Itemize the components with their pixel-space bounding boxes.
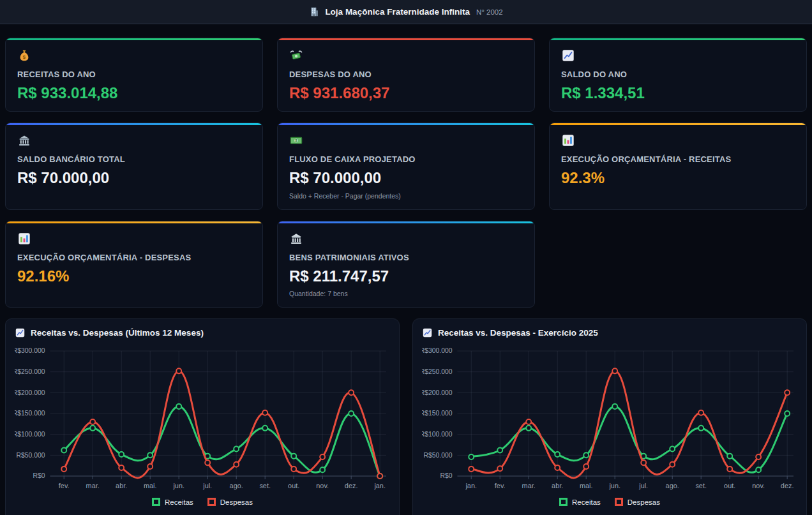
svg-text:R$100.000: R$100.000: [422, 431, 453, 438]
svg-text:mar.: mar.: [522, 482, 536, 489]
svg-text:R$150.000: R$150.000: [422, 410, 453, 417]
card-value: R$ 931.680,37: [289, 85, 523, 101]
legend-item-receitas[interactable]: Receitas: [559, 498, 601, 506]
svg-text:$: $: [23, 54, 26, 60]
card-accent: [6, 38, 262, 40]
chart-card-ultimos-12-meses: Receitas vs. Despesas (Últimos 12 Meses)…: [5, 318, 400, 515]
card-subtitle: Saldo + Receber - Pagar (pendentes): [289, 192, 523, 200]
legend-swatch: [559, 498, 568, 506]
card-subtitle: Quantidade: 7 bens: [289, 290, 523, 297]
kpi-card-fluxo-de-caixa: $ FLUXO DE CAIXA PROJETADO R$ 70.000,00 …: [277, 123, 535, 209]
card-accent: [278, 38, 534, 40]
svg-text:ago.: ago.: [230, 482, 243, 489]
chart-increasing-icon: [561, 49, 575, 63]
chart-increasing-icon: [422, 327, 433, 338]
card-value: 92.16%: [17, 268, 251, 285]
card-value: R$ 70.000,00: [17, 170, 251, 186]
card-accent: [550, 38, 806, 40]
chart-title-row: Receitas vs. Despesas (Últimos 12 Meses): [15, 327, 390, 338]
kpi-card-execucao-receitas: EXECUÇÃO ORÇAMENTÁRIA - RECEITAS 92.3%: [549, 123, 807, 209]
svg-text:set.: set.: [259, 482, 271, 489]
kpi-card-receitas-do-ano: $ RECEITAS DO ANO R$ 933.014,88: [5, 38, 263, 112]
svg-text:R$50.000: R$50.000: [16, 452, 45, 459]
app-header: Loja Maçônica Fraternidade Infinita N° 2…: [0, 0, 812, 24]
card-accent: [278, 123, 534, 125]
svg-text:mai.: mai.: [580, 482, 593, 489]
kpi-grid: $ RECEITAS DO ANO R$ 933.014,88 DESPESAS…: [0, 24, 812, 308]
legend-item-despesas[interactable]: Despesas: [207, 498, 253, 506]
kpi-card-saldo-bancario-total: SALDO BANCÁRIO TOTAL R$ 70.000,00: [5, 123, 263, 209]
svg-text:fev.: fev.: [495, 482, 506, 489]
chart-card-exercicio-2025: Receitas vs. Despesas - Exercício 2025 R…: [412, 318, 807, 515]
lodge-number: N° 2002: [476, 8, 503, 16]
card-label: SALDO BANCÁRIO TOTAL: [17, 154, 251, 164]
svg-text:R$300.000: R$300.000: [422, 348, 453, 355]
kpi-card-despesas-do-ano: DESPESAS DO ANO R$ 931.680,37: [277, 38, 535, 112]
card-value: R$ 933.014,88: [17, 85, 251, 101]
svg-text:out.: out.: [724, 482, 735, 489]
app-title: Loja Maçônica Fraternidade Infinita: [325, 7, 470, 17]
chart-title: Receitas vs. Despesas (Últimos 12 Meses): [31, 328, 204, 338]
kpi-card-execucao-despesas: EXECUÇÃO ORÇAMENTÁRIA - DESPESAS 92.16%: [5, 221, 263, 308]
svg-text:R$100.000: R$100.000: [15, 431, 45, 438]
svg-text:fev.: fev.: [59, 482, 70, 489]
svg-text:jun.: jun.: [608, 482, 620, 489]
legend-label: Despesas: [220, 498, 253, 506]
chart-title-row: Receitas vs. Despesas - Exercício 2025: [422, 327, 797, 338]
card-accent: [550, 123, 806, 125]
card-accent: [278, 221, 534, 223]
svg-text:nov.: nov.: [752, 482, 765, 489]
card-label: SALDO DO ANO: [561, 70, 795, 79]
svg-text:R$200.000: R$200.000: [15, 389, 45, 396]
svg-text:R$300.000: R$300.000: [15, 348, 45, 355]
svg-text:R$250.000: R$250.000: [422, 368, 453, 375]
svg-text:jan.: jan.: [465, 482, 477, 489]
svg-text:ago.: ago.: [666, 482, 679, 489]
money-with-wings-icon: [289, 49, 303, 63]
legend-label: Receitas: [165, 498, 193, 506]
office-building-icon: [309, 6, 320, 17]
svg-text:jul.: jul.: [638, 482, 648, 489]
card-label: BENS PATRIMONIAIS ATIVOS: [289, 253, 523, 262]
charts-grid: Receitas vs. Despesas (Últimos 12 Meses)…: [0, 308, 812, 515]
card-value: R$ 1.334,51: [561, 85, 795, 101]
svg-text:set.: set.: [695, 482, 707, 489]
money-bag-icon: $: [17, 49, 31, 63]
chart-canvas[interactable]: R$0R$50.000R$100.000R$150.000R$200.000R$…: [15, 345, 390, 494]
svg-text:jun.: jun.: [172, 482, 184, 489]
card-label: EXECUÇÃO ORÇAMENTÁRIA - RECEITAS: [561, 154, 795, 164]
svg-text:R$50.000: R$50.000: [423, 452, 452, 459]
svg-text:R$0: R$0: [33, 473, 45, 480]
card-value: R$ 211.747,57: [289, 268, 523, 285]
svg-text:mar.: mar.: [86, 482, 100, 489]
card-accent: [6, 123, 262, 125]
svg-text:dez.: dez.: [345, 482, 358, 489]
card-label: EXECUÇÃO ORÇAMENTÁRIA - DESPESAS: [17, 253, 251, 262]
bar-chart-icon: [17, 232, 31, 246]
chart-canvas[interactable]: R$0R$50.000R$100.000R$150.000R$200.000R$…: [422, 345, 797, 494]
svg-text:dez.: dez.: [781, 482, 794, 489]
dollar-banknote-icon: $: [289, 133, 303, 147]
legend-item-despesas[interactable]: Despesas: [615, 498, 660, 506]
kpi-card-saldo-do-ano: SALDO DO ANO R$ 1.334,51: [549, 38, 807, 112]
card-value: R$ 70.000,00: [289, 170, 523, 186]
kpi-card-bens-patrimoniais: BENS PATRIMONIAIS ATIVOS R$ 211.747,57 Q…: [277, 221, 535, 308]
legend-label: Despesas: [628, 498, 660, 506]
card-label: DESPESAS DO ANO: [289, 70, 523, 79]
card-value: 92.3%: [561, 170, 795, 186]
card-label: RECEITAS DO ANO: [17, 70, 251, 79]
legend-swatch: [615, 498, 623, 506]
svg-text:jan.: jan.: [373, 482, 386, 489]
bank-icon: [17, 133, 31, 147]
bar-chart-icon: [561, 133, 575, 147]
chart-legend: ReceitasDespesas: [15, 498, 390, 506]
legend-item-receitas[interactable]: Receitas: [152, 498, 193, 506]
chart-title: Receitas vs. Despesas - Exercício 2025: [438, 328, 598, 338]
chart-legend: ReceitasDespesas: [422, 498, 797, 506]
svg-text:R$200.000: R$200.000: [422, 389, 453, 396]
card-label: FLUXO DE CAIXA PROJETADO: [289, 154, 523, 164]
legend-swatch: [152, 498, 160, 506]
svg-text:nov.: nov.: [316, 482, 329, 489]
svg-text:R$250.000: R$250.000: [15, 368, 45, 375]
classical-building-icon: [289, 232, 303, 246]
